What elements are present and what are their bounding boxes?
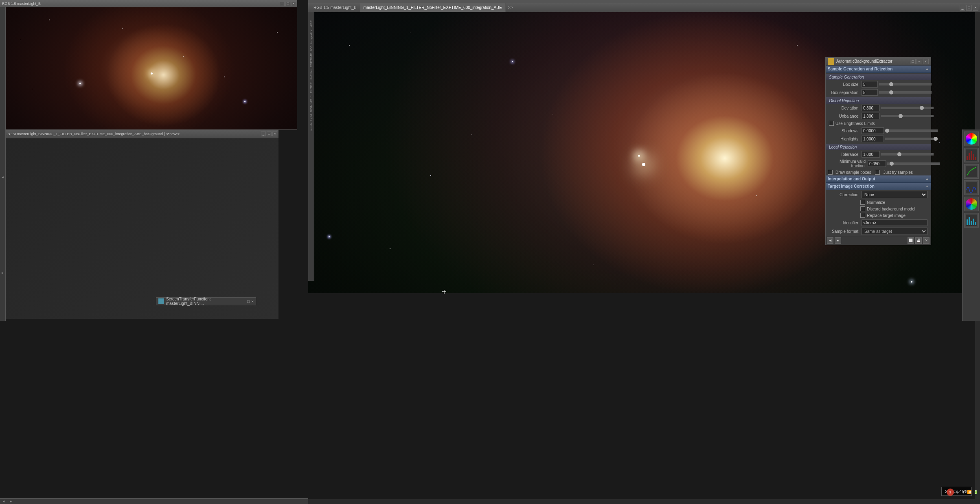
deviation-slider[interactable] xyxy=(881,107,934,109)
tl-min-btn[interactable]: _ xyxy=(280,1,285,6)
shadows-slider[interactable] xyxy=(885,129,938,132)
bottom-left-edge-bar: ◄ ► xyxy=(0,498,308,504)
waveform-btn[interactable] xyxy=(964,180,979,195)
tl-close-btn[interactable]: × xyxy=(291,1,296,6)
box-size-slider[interactable] xyxy=(879,83,932,85)
abe-float-btn[interactable]: □ xyxy=(910,59,916,64)
box-sep-slider[interactable] xyxy=(879,91,932,94)
star-bright xyxy=(911,281,912,283)
identifier-label: Identifier: xyxy=(829,221,862,225)
bottom-edge-icon-1[interactable]: ◄ xyxy=(2,500,5,503)
discard-bg-checkbox[interactable] xyxy=(860,206,865,211)
main-star xyxy=(638,155,640,157)
min-valid-row: Minimum valid fraction: xyxy=(826,158,931,169)
tab-abe[interactable]: masterLight_BINNING_1_FILTER_NoFilter_EX… xyxy=(360,3,506,12)
just-try-label: Just try samples xyxy=(884,170,913,175)
abe-reset-btn[interactable]: ✕ xyxy=(923,237,930,244)
bl-image-area[interactable] xyxy=(6,138,278,319)
left-vert-tab: masterLight_BINNING_1_FILTER_NoFilter_EX… xyxy=(308,12,314,281)
bl-max-btn[interactable]: □ xyxy=(267,131,272,136)
h-scrollbar[interactable] xyxy=(308,499,980,504)
stf-min-btn[interactable]: □ xyxy=(247,299,250,304)
tray-text-2: ⬆ xyxy=(962,490,965,494)
sample-format-select[interactable]: Same as target xyxy=(862,228,927,235)
tray-battery: 🔋 xyxy=(973,490,978,494)
left-toolbar xyxy=(962,129,980,321)
saturation-btn[interactable] xyxy=(964,197,979,211)
waveform-icon xyxy=(966,182,977,193)
histogram-icon xyxy=(966,149,977,161)
deviation-label: Deviation: xyxy=(829,106,862,110)
min-valid-input[interactable] xyxy=(868,160,886,167)
draw-samples-label: Draw sample boxes xyxy=(835,170,871,175)
system-tray: S 中 ⬆ 📶 🔋 xyxy=(947,489,978,496)
tl-controls: _ □ × xyxy=(278,1,297,6)
abe-preview-btn[interactable]: ◀ xyxy=(827,237,833,244)
bottom-edge-icon-2[interactable]: ► xyxy=(9,500,13,503)
replace-target-checkbox[interactable] xyxy=(860,213,865,218)
curve-btn[interactable] xyxy=(964,164,979,179)
tolerance-slider[interactable] xyxy=(881,153,934,156)
tolerance-input[interactable] xyxy=(862,151,880,158)
identifier-input[interactable] xyxy=(862,219,927,226)
brightness-limits-checkbox[interactable] xyxy=(829,121,834,126)
tab-masterlight[interactable]: RGB 1:5 masterLight_B xyxy=(310,3,360,12)
tray-icon-1[interactable]: S xyxy=(947,489,954,496)
bl-close-btn[interactable]: × xyxy=(272,131,277,136)
vert-tab-text: masterLight_BINNING_1_FILTER_NoFilter_EX… xyxy=(309,20,313,131)
abe-panel: AutomaticBackgroundExtractor □ − × Sampl… xyxy=(825,57,931,245)
tab-overflow[interactable]: >> xyxy=(506,3,515,12)
left-edge-icon-1[interactable]: ◄ xyxy=(1,175,4,179)
abe-stop-btn[interactable]: ■ xyxy=(835,237,841,244)
box-sep-row: Box separation: xyxy=(826,88,931,96)
correction-label: Correction: xyxy=(829,193,862,197)
box-sep-label: Box separation: xyxy=(829,90,862,95)
star xyxy=(756,195,757,196)
correction-select[interactable]: None Subtraction Division xyxy=(862,191,927,198)
min-valid-slider[interactable] xyxy=(887,162,940,165)
abe-close-btn[interactable]: × xyxy=(923,59,929,64)
sample-gen-section-header[interactable]: Sample Generation and Rejection ▲ xyxy=(826,66,931,73)
normalize-checkbox[interactable] xyxy=(860,200,865,205)
histogram-btn[interactable] xyxy=(964,148,979,162)
draw-samples-checkbox[interactable] xyxy=(828,170,833,175)
shadows-label: Shadows: xyxy=(829,129,862,133)
highlights-slider[interactable] xyxy=(885,138,938,140)
top-left-titlebar: RGB 1:5 masterLight_B _ □ × xyxy=(0,0,297,7)
highlights-input[interactable] xyxy=(862,136,884,142)
color-wheel-btn[interactable] xyxy=(964,131,979,146)
close-button[interactable]: × xyxy=(973,5,978,11)
max-button[interactable]: □ xyxy=(966,5,972,11)
min-valid-label: Minimum valid fraction: xyxy=(829,159,868,168)
interpolation-section-header[interactable]: Interpolation and Output ▲ xyxy=(826,175,931,183)
abe-title: AutomaticBackgroundExtractor xyxy=(836,59,910,64)
deviation-input[interactable] xyxy=(862,105,880,111)
bottom-left-content: masterLight_BINNING_1_FILTER_NoFilter_EX… xyxy=(0,138,278,319)
shadows-input[interactable] xyxy=(862,127,884,134)
app-top-bar xyxy=(308,0,980,3)
abe-copy-btn[interactable]: ⬜ xyxy=(908,237,914,244)
abe-min-btn[interactable]: − xyxy=(916,59,922,64)
box-sep-input[interactable] xyxy=(862,89,878,96)
unbalance-input[interactable] xyxy=(862,113,880,119)
brightness-limits-row: Use Brightness Limits xyxy=(826,120,931,127)
box-size-input[interactable] xyxy=(862,81,878,88)
left-edge-icon-2[interactable]: ► xyxy=(1,271,4,275)
stf-close-btn[interactable]: × xyxy=(251,299,254,304)
min-button[interactable]: _ xyxy=(960,5,965,11)
bl-min-btn[interactable]: _ xyxy=(261,131,266,136)
bl-title: RGB 1:3 masterLight_BINNING_1_FILTER_NoF… xyxy=(0,132,260,136)
just-try-checkbox[interactable] xyxy=(875,170,880,175)
unbalance-slider[interactable] xyxy=(881,115,934,117)
sample-gen-title: Sample Generation and Rejection xyxy=(828,67,892,71)
abe-save-btn[interactable]: 💾 xyxy=(915,237,922,244)
stf-label: ScreenTransferFunction: masterLight_BINN… xyxy=(166,297,246,306)
sample-format-row: Sample format: Same as target xyxy=(826,227,931,236)
interpolation-title: Interpolation and Output xyxy=(828,177,875,181)
stf-bar[interactable]: ScreenTransferFunction: masterLight_BINN… xyxy=(156,297,256,305)
deviation-row: Deviation: xyxy=(826,104,931,112)
stats-btn[interactable] xyxy=(964,213,979,228)
replace-target-label: Replace target image xyxy=(867,213,905,218)
target-correction-section-header[interactable]: Target Image Correction ▲ xyxy=(826,183,931,190)
tl-max-btn[interactable]: □ xyxy=(285,1,290,6)
